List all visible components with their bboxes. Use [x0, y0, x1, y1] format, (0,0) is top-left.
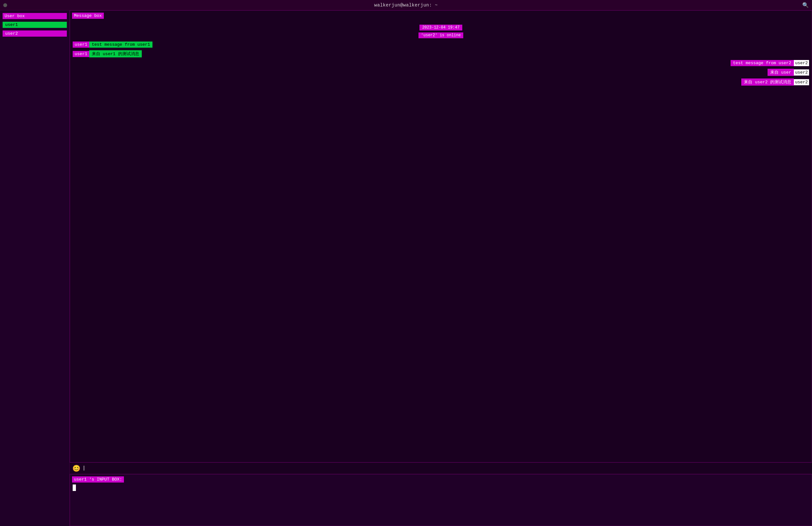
msg-text-right-3: test message from user2: [730, 60, 794, 66]
input-box-label: user1 's INPUT BOX:: [72, 477, 124, 483]
timestamp-row: 2023-12-04 19:47: [73, 25, 809, 30]
title-bar-right[interactable]: 🔍: [802, 2, 809, 8]
status-row: 'user2' is online: [73, 32, 809, 38]
message-area: Message box 2023-12-04 19:47 'user2' is …: [70, 10, 812, 463]
user-panel: User box user1 user2: [0, 10, 70, 526]
main-container: User box user1 user2 Message box 2023-12…: [0, 10, 812, 526]
window-dot-1: [3, 3, 7, 7]
msg-sender-left-1: user1: [73, 42, 89, 48]
input-text-cursor: [73, 484, 76, 491]
msg-sender-right-4: user2: [794, 69, 809, 76]
search-icon-btn[interactable]: 🔍: [802, 2, 809, 8]
message-row-1: user1 test message from user1: [73, 42, 809, 48]
emoji-smile-icon[interactable]: 😊: [72, 464, 81, 472]
window-title: walkerjun@walkerjun: ~: [374, 3, 438, 8]
emoji-cursor: |: [83, 465, 86, 471]
user-item-user2[interactable]: user2: [3, 30, 67, 36]
input-cursor-block: [70, 483, 812, 492]
msg-sender-left-2: user1: [73, 51, 89, 57]
msg-text-left-2: 来自 user1 的测试消息: [89, 50, 142, 57]
message-row-5: 来自 user2 的测试消息 user2: [73, 78, 809, 86]
message-row-4: 来自 user user2: [73, 69, 809, 76]
user-box-label: User box: [3, 13, 67, 19]
message-row-3: test message from user2 user2: [73, 60, 809, 66]
input-area[interactable]: user1 's INPUT BOX:: [70, 474, 812, 526]
user-item-user1[interactable]: user1: [3, 22, 67, 28]
right-panel: Message box 2023-12-04 19:47 'user2' is …: [70, 10, 812, 526]
message-box-label: Message box: [72, 13, 104, 19]
title-bar: walkerjun@walkerjun: ~ 🔍: [0, 0, 812, 10]
msg-sender-right-5: user2: [794, 79, 809, 85]
message-row-2: user1 来自 user1 的测试消息: [73, 50, 809, 57]
msg-sender-right-3: user2: [794, 60, 809, 66]
msg-text-right-5: 来自 user2 的测试消息: [741, 78, 794, 86]
emoji-bar: 😊 |: [70, 463, 812, 474]
title-bar-left: [3, 3, 7, 7]
msg-text-right-4: 来自 user: [768, 69, 794, 76]
status-badge: 'user2' is online: [419, 32, 463, 38]
msg-text-left-1: test message from user1: [89, 42, 153, 48]
messages-content: 2023-12-04 19:47 'user2' is online user1…: [70, 19, 812, 457]
timestamp-badge: 2023-12-04 19:47: [419, 25, 462, 30]
